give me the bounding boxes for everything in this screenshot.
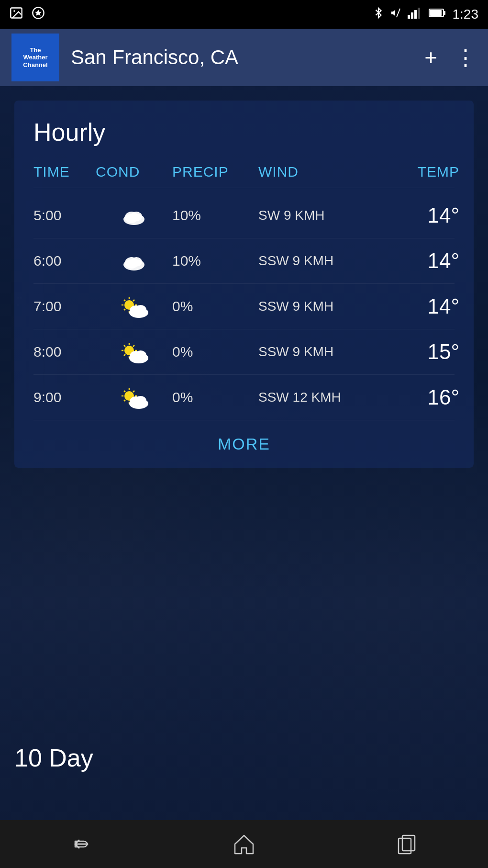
logo-line1: The bbox=[30, 46, 41, 54]
cond-2 bbox=[96, 294, 172, 318]
col-time: TIME bbox=[33, 164, 96, 180]
svg-point-25 bbox=[131, 212, 142, 221]
table-row: 6:00 10% SSW 9 KMH 14° bbox=[33, 238, 455, 284]
wind-3: SSW 9 KMH bbox=[258, 344, 383, 360]
svg-point-28 bbox=[131, 257, 142, 267]
precip-1: 10% bbox=[172, 253, 258, 269]
cond-4 bbox=[96, 385, 172, 409]
time-2: 7:00 bbox=[33, 298, 96, 315]
precip-0: 10% bbox=[172, 207, 258, 224]
hourly-title: Hourly bbox=[33, 118, 455, 147]
add-location-button[interactable]: + bbox=[424, 45, 437, 70]
battery-icon bbox=[429, 8, 446, 21]
status-time: 1:23 bbox=[453, 7, 479, 22]
svg-marker-3 bbox=[35, 10, 42, 16]
wind-2: SSW 9 KMH bbox=[258, 299, 383, 314]
svg-rect-9 bbox=[418, 8, 420, 19]
svg-rect-7 bbox=[411, 12, 413, 19]
cond-1 bbox=[96, 251, 172, 271]
svg-line-36 bbox=[133, 300, 134, 301]
time-0: 5:00 bbox=[33, 207, 96, 224]
bottom-nav bbox=[0, 820, 488, 868]
cond-0 bbox=[96, 206, 172, 225]
ten-day-section: 10 Day bbox=[14, 744, 93, 772]
table-header: TIME COND PRECIP WIND TEMP bbox=[33, 164, 455, 188]
time-3: 8:00 bbox=[33, 344, 96, 360]
logo-line3: Channel bbox=[23, 61, 47, 69]
temp-4: 16° bbox=[383, 385, 459, 409]
svg-line-48 bbox=[133, 345, 134, 347]
svg-line-58 bbox=[124, 391, 125, 392]
more-button[interactable]: MORE bbox=[33, 435, 455, 453]
svg-point-52 bbox=[135, 350, 146, 360]
wind-4: SSW 12 KMH bbox=[258, 390, 383, 405]
svg-line-60 bbox=[133, 391, 134, 392]
svg-line-5 bbox=[396, 9, 399, 17]
svg-rect-8 bbox=[414, 10, 417, 19]
city-name: San Francisco, CA bbox=[71, 46, 424, 69]
table-row: 5:00 10% SW 9 KMH 14° bbox=[33, 193, 455, 238]
time-4: 9:00 bbox=[33, 389, 96, 406]
app-logo: The Weather Channel bbox=[11, 34, 59, 81]
svg-point-64 bbox=[135, 396, 146, 406]
col-wind: WIND bbox=[258, 164, 383, 180]
logo-line2: Weather bbox=[23, 54, 47, 61]
temp-0: 14° bbox=[383, 203, 459, 227]
svg-rect-11 bbox=[444, 11, 445, 15]
overflow-menu-button[interactable]: ⋮ bbox=[455, 45, 477, 70]
signal-icon bbox=[408, 6, 422, 23]
status-bar-right-icons: 1:23 bbox=[373, 6, 479, 23]
wind-0: SW 9 KMH bbox=[258, 208, 383, 223]
svg-marker-4 bbox=[391, 10, 395, 16]
svg-line-34 bbox=[124, 300, 125, 301]
bluetooth-icon bbox=[373, 6, 384, 23]
col-precip: PRECIP bbox=[172, 164, 258, 180]
precip-3: 0% bbox=[172, 344, 258, 360]
svg-point-1 bbox=[13, 10, 15, 12]
temp-2: 14° bbox=[383, 294, 459, 318]
cond-3 bbox=[96, 340, 172, 364]
status-bar-left-icons bbox=[10, 6, 45, 23]
col-temp: TEMP bbox=[383, 164, 459, 180]
svg-line-49 bbox=[124, 354, 125, 356]
app-bar: The Weather Channel San Francisco, CA + … bbox=[0, 29, 488, 86]
app-bar-actions: + ⋮ bbox=[424, 45, 477, 70]
precip-2: 0% bbox=[172, 298, 258, 315]
home-button[interactable] bbox=[215, 827, 273, 861]
main-content: Hourly TIME COND PRECIP WIND TEMP 5:00 1… bbox=[0, 86, 488, 820]
image-icon bbox=[10, 6, 23, 23]
status-bar: 1:23 bbox=[0, 0, 488, 29]
time-1: 6:00 bbox=[33, 253, 96, 269]
svg-rect-6 bbox=[408, 15, 410, 19]
hourly-card: Hourly TIME COND PRECIP WIND TEMP 5:00 1… bbox=[14, 101, 474, 468]
temp-1: 14° bbox=[383, 249, 459, 273]
svg-rect-12 bbox=[430, 10, 442, 16]
temp-3: 15° bbox=[383, 340, 459, 364]
svg-line-61 bbox=[124, 400, 125, 401]
precip-4: 0% bbox=[172, 389, 258, 406]
col-cond: COND bbox=[96, 164, 172, 180]
table-row: 9:00 0% SSW 12 KMH bbox=[33, 375, 455, 420]
wind-1: SSW 9 KMH bbox=[258, 253, 383, 269]
recents-button[interactable] bbox=[378, 827, 435, 861]
svg-line-37 bbox=[124, 309, 125, 310]
ten-day-title: 10 Day bbox=[14, 744, 93, 772]
svg-point-40 bbox=[135, 305, 146, 315]
table-row: 8:00 0% SSW 9 KMH bbox=[33, 329, 455, 375]
mute-icon bbox=[390, 6, 401, 23]
back-button[interactable] bbox=[53, 827, 110, 861]
soccer-icon bbox=[32, 6, 45, 23]
svg-line-46 bbox=[124, 345, 125, 347]
table-row: 7:00 0% bbox=[33, 284, 455, 329]
